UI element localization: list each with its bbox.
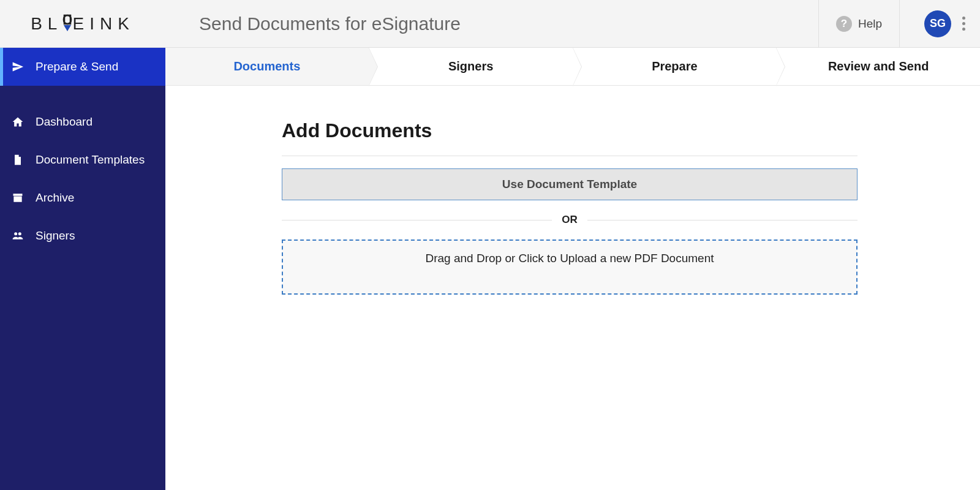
logo-text: BL EINK xyxy=(31,14,135,34)
help-label: Help xyxy=(858,17,882,31)
sidebar-item-label: Document Templates xyxy=(36,153,145,167)
file-icon xyxy=(11,153,24,167)
step-documents[interactable]: Documents xyxy=(165,48,369,85)
sidebar-item-prepare-send[interactable]: Prepare & Send xyxy=(0,48,165,86)
help-icon: ? xyxy=(836,16,852,32)
sidebar-item-label: Archive xyxy=(36,191,74,205)
upload-dropzone[interactable]: Drag and Drop or Click to Upload a new P… xyxy=(282,239,858,295)
use-document-template-button[interactable]: Use Document Template xyxy=(282,168,858,200)
header: BL EINK Send Documents for eSignature ? … xyxy=(0,0,980,48)
section-title: Add Documents xyxy=(282,119,858,142)
sidebar-item-label: Prepare & Send xyxy=(36,60,118,74)
sidebar-item-label: Signers xyxy=(36,229,75,243)
content-area: Add Documents Use Document Template OR D… xyxy=(165,86,980,295)
or-separator: OR xyxy=(282,214,858,226)
sidebar-item-archive[interactable]: Archive xyxy=(0,179,165,217)
paper-plane-icon xyxy=(11,60,24,74)
step-signers[interactable]: Signers xyxy=(369,48,573,85)
step-label: Signers xyxy=(448,59,493,74)
sidebar-item-label: Dashboard xyxy=(36,115,92,129)
avatar[interactable]: SG xyxy=(924,10,951,37)
or-label: OR xyxy=(562,214,578,226)
sidebar-item-signers[interactable]: Signers xyxy=(0,217,165,255)
archive-box-icon xyxy=(11,191,24,205)
users-icon xyxy=(11,229,24,243)
sidebar-item-document-templates[interactable]: Document Templates xyxy=(0,141,165,179)
dropzone-text: Drag and Drop or Click to Upload a new P… xyxy=(426,252,714,265)
logo[interactable]: BL EINK xyxy=(0,0,165,47)
step-label: Prepare xyxy=(652,59,698,74)
step-wizard: Documents Signers Prepare Review and Sen… xyxy=(165,48,980,86)
step-prepare[interactable]: Prepare xyxy=(573,48,777,85)
kebab-menu-icon[interactable] xyxy=(960,13,968,34)
step-label: Review and Send xyxy=(828,59,929,74)
page-title: Send Documents for eSignature xyxy=(199,13,461,34)
sidebar: Prepare & Send Dashboard Document Templa… xyxy=(0,48,165,490)
home-icon xyxy=(11,115,24,129)
help-button[interactable]: ? Help xyxy=(818,0,900,47)
divider xyxy=(282,156,858,156)
sidebar-item-dashboard[interactable]: Dashboard xyxy=(0,103,165,141)
main: Documents Signers Prepare Review and Sen… xyxy=(165,48,980,490)
step-label: Documents xyxy=(233,59,300,74)
step-review-send[interactable]: Review and Send xyxy=(777,48,980,85)
